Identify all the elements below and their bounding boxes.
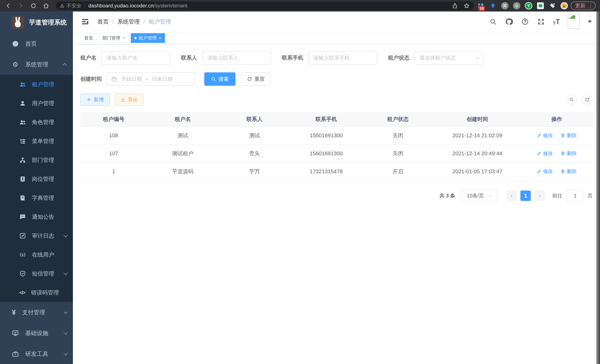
y-extension-icon[interactable]: Y (525, 2, 533, 10)
pinned-extension-icon[interactable]: 10 (477, 2, 485, 10)
avatar[interactable] (568, 14, 580, 29)
sidebar-item-infrastructure[interactable]: 基础设施 (0, 323, 73, 344)
page-size-select[interactable]: 10条/页 (460, 190, 497, 202)
pencil-square-icon (19, 233, 26, 239)
sidebar-item-system[interactable]: ⚙ 系统管理 (0, 54, 73, 75)
sidebar-item-tenant[interactable]: 租户管理 (0, 75, 73, 94)
tab-home[interactable]: 首页 (81, 33, 97, 43)
calendar-icon (111, 76, 117, 82)
profile-avatar-icon[interactable] (560, 2, 568, 10)
status-text: 开启 (362, 162, 434, 180)
edit-link[interactable]: 修改 (537, 168, 553, 175)
url-divider (85, 3, 85, 8)
sidebar-item-dev-tools[interactable]: 研发工具 (0, 344, 73, 364)
sidebar-item-payment[interactable]: ¥ 支付管理 (0, 302, 73, 323)
tab-tenant[interactable]: 租户管理 × (131, 33, 165, 43)
prev-page-button[interactable]: ‹ (506, 191, 517, 201)
address-bar[interactable]: 不安全 dashboard.yudao.iocoder.cn/system/te… (56, 1, 474, 10)
edit-icon (537, 151, 542, 156)
bookmark-star-icon[interactable] (463, 3, 470, 9)
current-page-button[interactable]: 1 (520, 191, 531, 201)
refresh-icon (585, 97, 590, 102)
font-size-icon[interactable]: TT (553, 18, 560, 26)
refresh-table-button[interactable] (582, 94, 593, 105)
close-icon[interactable]: × (122, 36, 125, 41)
security-label: 不安全 (66, 2, 81, 9)
github-icon[interactable] (505, 18, 513, 26)
sidebar-item-notice[interactable]: 通知公告 (0, 207, 73, 226)
mobile-input[interactable] (308, 51, 377, 65)
sidebar-item-sms[interactable]: 短信管理 (0, 264, 73, 283)
share-icon[interactable] (452, 3, 458, 9)
avatar-caret-icon[interactable] (588, 20, 592, 25)
tags-view-bar: 首页 部门管理 × 租户管理 × (73, 32, 600, 45)
toggle-search-button[interactable] (566, 94, 577, 105)
kite-extension-icon[interactable] (489, 2, 497, 10)
reset-button[interactable]: 重置 (241, 72, 271, 86)
monitor-icon (12, 330, 19, 337)
next-page-button[interactable]: › (534, 191, 545, 201)
menu-tree-icon (19, 138, 26, 145)
breadcrumb-system[interactable]: 系统管理 (117, 18, 140, 26)
warning-triangle-icon (60, 3, 65, 8)
search-button[interactable]: 搜索 (204, 72, 235, 86)
browser-forward-button[interactable] (17, 2, 25, 9)
sidebar-item-audit-log[interactable]: 审计日志 (0, 226, 73, 245)
table-row: 108 测试 测试 15601691300 关闭 2021-12-14 21:0… (80, 127, 593, 145)
sidebar-item-post[interactable]: 岗位管理 (0, 169, 73, 188)
edit-link[interactable]: 修改 (537, 150, 553, 157)
edit-icon (537, 169, 542, 174)
sidebar-item-error-code[interactable]: </> 错误码管理 (0, 283, 73, 302)
breadcrumb-home[interactable]: 首页 (97, 18, 109, 26)
browser-update-button[interactable]: 更新 ⋮ (571, 1, 596, 10)
sidebar-item-home[interactable]: 首页 (0, 33, 73, 54)
browser-back-button[interactable] (4, 2, 12, 9)
tenant-name-input[interactable] (101, 51, 170, 65)
browser-toolbar: 不安全 dashboard.yudao.iocoder.cn/system/te… (0, 0, 600, 11)
recorder-extension-icon[interactable] (513, 2, 521, 10)
refresh-icon (247, 76, 252, 82)
sidebar-collapse-icon[interactable] (81, 18, 89, 26)
delete-link[interactable]: 删除 (561, 132, 577, 139)
table-row: 1 芋道源码 芋艿 17321315478 开启 2021-01-05 17:0… (80, 162, 593, 180)
sidebar-item-dict[interactable]: 字典管理 (0, 188, 73, 207)
fullscreen-icon[interactable] (537, 18, 545, 26)
tenant-table: 租户编号 租户名 联系人 联系手机 租户状态 创建时间 操作 108 测试 测试 (80, 112, 593, 181)
add-button[interactable]: 新增 (80, 93, 110, 106)
extension-tray: 10 ⌘ Y (477, 2, 568, 10)
delete-link[interactable]: 删除 (561, 168, 577, 175)
tenant-name-label: 租户名 (80, 54, 96, 62)
site-security-indicator[interactable]: 不安全 (60, 2, 81, 9)
browser-home-button[interactable] (42, 2, 50, 9)
goto-page-input[interactable] (566, 190, 584, 202)
chevron-down-icon (64, 271, 68, 275)
sidebar-item-online-user[interactable]: 在线用户 (0, 245, 73, 264)
extensions-puzzle-icon[interactable] (548, 2, 556, 10)
system-submenu: 租户管理 用户管理 角色管理 菜单管理 部门管理 岗位管理 (0, 75, 73, 302)
edit-link[interactable]: 修改 (537, 132, 553, 139)
dashboard-icon (12, 40, 19, 47)
app-title: 芋道管理系统 (29, 18, 67, 27)
date-range-picker[interactable]: 开始日期 - 结束日期 (107, 72, 195, 86)
status-select[interactable] (414, 51, 483, 65)
export-button[interactable]: 导出 (114, 93, 144, 106)
browser-reload-button[interactable] (30, 2, 37, 9)
sidebar-logo[interactable]: 芋道管理系统 (0, 11, 73, 33)
tab-dept[interactable]: 部门管理 × (99, 33, 129, 43)
org-tree-icon (19, 157, 26, 163)
help-question-icon[interactable] (521, 18, 529, 26)
chat-extension-icon[interactable] (536, 2, 544, 10)
command-extension-icon[interactable]: ⌘ (501, 2, 509, 10)
extension-badge: 10 (479, 6, 485, 11)
browser-menu-icon[interactable]: ⋮ (588, 3, 593, 9)
header-search-icon[interactable] (489, 18, 497, 26)
sidebar-item-role[interactable]: 角色管理 (0, 113, 73, 132)
sidebar-item-menu[interactable]: 菜单管理 (0, 132, 73, 151)
sidebar-item-dept[interactable]: 部门管理 (0, 151, 73, 169)
close-icon[interactable]: × (159, 36, 161, 41)
delete-link[interactable]: 删除 (561, 150, 577, 157)
contact-input[interactable] (202, 51, 271, 65)
total-count: 共 3 条 (440, 192, 455, 199)
sidebar-item-user[interactable]: 用户管理 (0, 94, 73, 113)
table-row: 107 测试租户 秃头 15601691300 关闭 2021-12-14 20… (80, 145, 593, 162)
